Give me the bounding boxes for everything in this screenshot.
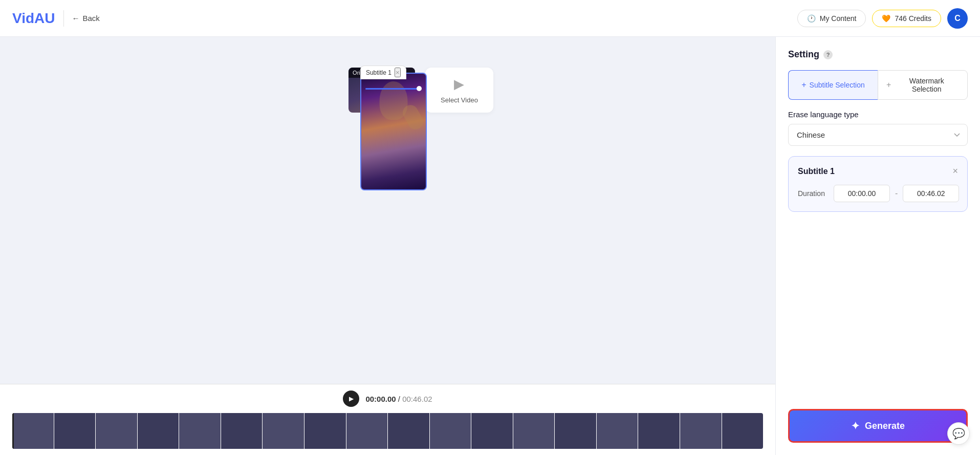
filmstrip-frame [430, 413, 471, 449]
subtitle-tag: Subtitle 1 × [360, 66, 406, 79]
timeline-playhead [12, 413, 14, 449]
header-right: 🕐 My Content 🧡 746 Credits C [797, 8, 968, 29]
filmstrip-inner [12, 413, 763, 449]
duration-row: Duration - [798, 185, 958, 202]
filmstrip-frame [722, 413, 763, 449]
filmstrip-frame [221, 413, 263, 449]
subtitle-video-inner [361, 74, 426, 189]
filmstrip-frame [388, 413, 429, 449]
generate-button[interactable]: ✦ Generate [788, 409, 968, 443]
erase-language-label: Erase language type [788, 110, 968, 119]
filmstrip-frame [638, 413, 680, 449]
subtitle-indicator-dot [417, 86, 422, 91]
content-area: Original Video ▶ [0, 37, 775, 455]
subtitle-card-header: Subtitle 1 × [798, 166, 958, 177]
play-button[interactable]: ▶ [343, 391, 359, 407]
filmstrip-frame [471, 413, 513, 449]
filmstrip-frame [54, 413, 96, 449]
watermark-selection-tab[interactable]: + Watermark Selection [878, 70, 968, 100]
back-arrow-icon: ← [72, 14, 80, 23]
filmstrip-frame [263, 413, 304, 449]
subtitle-close-button[interactable]: × [395, 68, 401, 77]
time-display: 00:00.00 / 00:46.02 [365, 395, 432, 403]
subtitle-tab-label: Subtitle Selection [810, 81, 865, 89]
timeline-controls: ▶ 00:00.00 / 00:46.02 [0, 384, 775, 413]
my-content-button[interactable]: 🕐 My Content [797, 10, 866, 27]
subtitle-tag-label: Subtitle 1 [366, 69, 391, 76]
total-time: 00:46.02 [402, 395, 432, 403]
main-layout: Original Video ▶ [0, 37, 980, 455]
filmstrip-frame [555, 413, 596, 449]
credits-label: 746 Credits [895, 14, 931, 23]
logo: VidAU [12, 10, 55, 27]
tab-plus-icon: + [801, 80, 806, 90]
canvas-area: Original Video ▶ [0, 37, 775, 384]
setting-header: Setting ? [788, 49, 968, 60]
filmstrip-frame [513, 413, 555, 449]
heart-icon: 🧡 [882, 14, 890, 23]
tabs-row: + Subtitle Selection + Watermark Selecti… [788, 70, 968, 100]
play-square-icon: ▶ [454, 76, 464, 92]
erase-language-section: Erase language type Chinese English Japa… [788, 110, 968, 146]
filmstrip-frame [12, 413, 54, 449]
right-sidebar: Setting ? + Subtitle Selection + Waterma… [775, 37, 980, 455]
setting-title: Setting [788, 49, 819, 60]
filmstrip-frame [304, 413, 346, 449]
subtitle-card-close-button[interactable]: × [952, 166, 958, 177]
duration-end-input[interactable] [903, 185, 959, 202]
credits-button[interactable]: 🧡 746 Credits [872, 10, 941, 27]
my-content-label: My Content [820, 14, 857, 23]
subtitle-indicator-bar [365, 88, 422, 90]
select-video-label: Select Video [441, 96, 478, 104]
help-icon[interactable]: ? [823, 50, 833, 59]
duration-dash: - [895, 189, 898, 198]
duration-start-input[interactable] [834, 185, 890, 202]
filmstrip-frame [597, 413, 638, 449]
back-label: Back [83, 14, 100, 23]
header: VidAU ← Back 🕐 My Content 🧡 746 Credits … [0, 0, 980, 37]
select-video-card[interactable]: ▶ Select Video [425, 68, 493, 113]
clock-icon: 🕐 [807, 14, 816, 23]
avatar[interactable]: C [947, 8, 968, 29]
filmstrip-frame [96, 413, 137, 449]
subtitle-video [360, 73, 427, 190]
tab-plus-2-icon: + [886, 80, 891, 90]
filmstrip-frame [346, 413, 388, 449]
back-button[interactable]: ← Back [72, 14, 100, 23]
filmstrip-frame [680, 413, 722, 449]
generate-section: ✦ Generate [788, 409, 968, 443]
watermark-tab-label: Watermark Selection [894, 77, 959, 93]
chat-bubble-button[interactable]: 💬 [947, 422, 970, 445]
subtitle-card-title: Subtitle 1 [798, 167, 835, 176]
filmstrip-frame [138, 413, 179, 449]
header-divider [63, 10, 64, 27]
duration-label: Duration [798, 189, 829, 198]
time-separator: / [398, 395, 402, 403]
filmstrip-frame [179, 413, 221, 449]
subtitle-selection-tab[interactable]: + Subtitle Selection [788, 70, 878, 100]
generate-label: Generate [865, 421, 905, 431]
subtitle-1-card: Subtitle 1 × Duration - [788, 156, 968, 212]
filmstrip[interactable] [12, 413, 763, 449]
language-select[interactable]: Chinese English Japanese Korean Spanish [788, 124, 968, 146]
header-left: VidAU ← Back [12, 10, 100, 27]
sparkle-icon: ✦ [851, 420, 860, 432]
timeline-area: ▶ 00:00.00 / 00:46.02 [0, 384, 775, 455]
current-time: 00:00.00 [365, 395, 396, 403]
